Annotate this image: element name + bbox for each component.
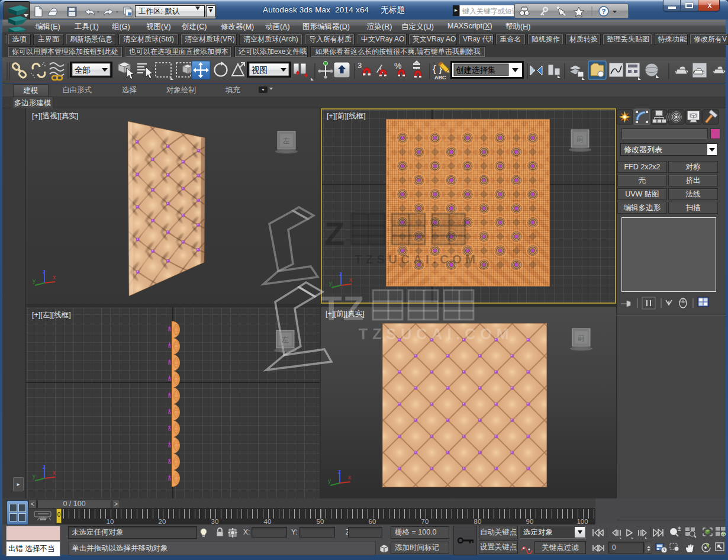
svg-text:前: 前 xyxy=(576,135,584,143)
svg-text:x: x xyxy=(348,474,351,481)
svg-text:z: z xyxy=(339,271,342,277)
svg-text:x: x xyxy=(349,276,352,283)
svg-text:创建选择集: 创建选择集 xyxy=(456,66,496,75)
svg-text:ABC: ABC xyxy=(434,75,446,81)
svg-text:左: 左 xyxy=(282,137,290,145)
svg-text:前: 前 xyxy=(578,334,585,342)
svg-text:y: y xyxy=(329,280,332,287)
svg-text:%: % xyxy=(394,61,401,70)
svg-text:3: 3 xyxy=(357,61,362,70)
svg-text:x: x xyxy=(53,274,56,281)
svg-text:y: y xyxy=(33,473,36,479)
svg-text:左: 左 xyxy=(281,336,289,344)
svg-text:视图: 视图 xyxy=(252,66,268,75)
svg-text:全部: 全部 xyxy=(75,66,91,75)
svg-text:x: x xyxy=(53,469,56,476)
svg-text:z: z xyxy=(43,268,46,275)
svg-text:?: ? xyxy=(601,8,605,15)
svg-text:y: y xyxy=(328,478,331,484)
svg-text:z: z xyxy=(338,468,341,475)
svg-text:z: z xyxy=(43,464,46,470)
svg-text:y: y xyxy=(33,278,36,284)
